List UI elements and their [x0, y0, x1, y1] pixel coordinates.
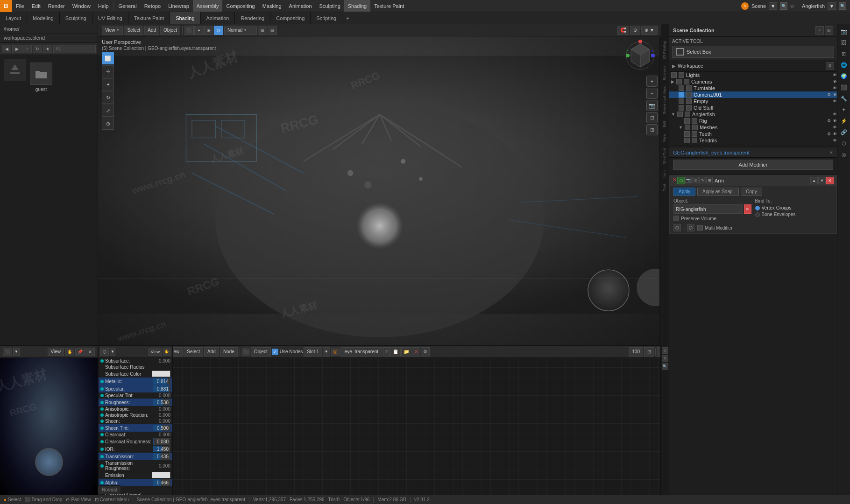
tree-item-rig[interactable]: Rig ⚙ 👁 [669, 118, 837, 124]
camera001-checkbox[interactable] [679, 92, 684, 98]
props-tab-particles[interactable]: ✦ [839, 105, 849, 115]
tree-item-camera001[interactable]: Camera.001 ⚙ 👁 [669, 91, 837, 98]
tendrils-render-checkbox[interactable] [692, 138, 697, 143]
rig-render-checkbox[interactable] [692, 118, 697, 124]
shader-panel-dropdown[interactable]: ▼ [110, 348, 115, 356]
shader-bar-10[interactable]: 0.500 [153, 425, 170, 431]
blp-pin-btn[interactable]: 📌 [75, 348, 85, 356]
tree-item-meshes[interactable]: ▼ Meshes 👁 [669, 124, 837, 131]
camera001-render-checkbox[interactable] [686, 92, 692, 98]
add-workspace-tab[interactable]: + [342, 15, 353, 21]
vp-add-btn[interactable]: Add [144, 26, 159, 35]
tree-item-teeth[interactable]: Teeth ⚙ 👁 [669, 131, 837, 137]
shader-bar-14[interactable]: 0.435 [153, 453, 170, 460]
xray-btn[interactable]: ⊟ [268, 26, 277, 35]
modifier-x-btn[interactable]: ✕ [673, 177, 677, 184]
menu-general[interactable]: General [115, 0, 141, 12]
viewport-3d[interactable]: View ▼ Select Add Object ⬛ ● ◉ ◎ Normal … [98, 24, 661, 345]
menu-retopo[interactable]: Retopo [141, 0, 164, 12]
lights-render-checkbox[interactable] [679, 72, 684, 78]
transform-pivot-btn[interactable]: ⊕ ▼ [641, 26, 658, 35]
frame-all-btn[interactable]: ⊡ [646, 112, 658, 123]
shader-bar-13[interactable]: 1.450 [153, 446, 170, 452]
shader-bar-12[interactable]: 0.030 [153, 438, 170, 445]
shader-bar-3[interactable]: 0.814 [153, 378, 170, 385]
teeth-render-checkbox[interactable] [692, 131, 697, 137]
shader-bar-6[interactable]: 0.538 [153, 399, 170, 406]
modifier-edit-btn[interactable]: ✎ [699, 177, 706, 183]
tab-texture-paint[interactable]: Texture Paint [128, 12, 170, 24]
shader-bar-17[interactable]: 0.466 [153, 479, 170, 486]
props-tab-output[interactable]: 🖼 [839, 37, 849, 48]
turntable-render-checkbox[interactable] [686, 85, 692, 91]
fb-bookmark-btn[interactable]: ★ [43, 45, 52, 53]
meshes-render-checkbox[interactable] [692, 125, 698, 130]
fb-search[interactable]: Az [53, 45, 96, 53]
menu-texture-paint[interactable]: Texture Paint [370, 0, 408, 12]
material-user-count[interactable]: 2 [383, 347, 390, 357]
side-tool-label[interactable]: Tool [661, 182, 667, 193]
modifier-apply-snap-btn[interactable]: Apply as Snap. [697, 188, 739, 196]
cursor-tool[interactable]: ✛ [102, 65, 114, 77]
fb-up-btn[interactable]: ↑ [22, 45, 32, 53]
menu-animation[interactable]: Animation [285, 0, 316, 12]
material-open-btn[interactable]: 📁 [401, 347, 411, 357]
fb-forward-btn[interactable]: ▶ [12, 45, 21, 53]
use-nodes-label[interactable]: Use Nodes [280, 347, 303, 357]
zoom-out-btn[interactable]: − [646, 88, 658, 99]
node-strip-btn1[interactable]: ◎ [662, 347, 668, 354]
vertex-groups-radio[interactable] [755, 206, 760, 210]
empty-render-checkbox[interactable] [686, 98, 692, 104]
side-view-label[interactable]: View [661, 132, 667, 144]
anglerfish-render-checkbox[interactable] [685, 112, 690, 117]
props-tab-data[interactable]: ⬡ [839, 138, 849, 148]
node-zoom-fit-btn[interactable]: ⊡ [644, 347, 654, 357]
use-nodes-checkbox[interactable]: ✓ [272, 349, 278, 355]
vp-select-btn[interactable]: Select [124, 26, 143, 35]
modifier-object-clear-btn[interactable]: ✕ [744, 204, 751, 214]
material-new-btn[interactable]: 📋 [390, 347, 401, 357]
tab-uv-editing[interactable]: UV Editing [92, 12, 128, 24]
tab-shading[interactable]: Shading [170, 12, 200, 24]
workspace-settings-btn[interactable]: ⚙ [826, 62, 834, 70]
tab-compositing[interactable]: Compositing [270, 12, 311, 24]
tree-item-lights[interactable]: Lights 👁 [669, 72, 837, 78]
side-item-label[interactable]: Item [661, 168, 667, 180]
slot-btn[interactable]: Slot 1 [304, 347, 322, 357]
rendered-btn[interactable]: ◎ [214, 26, 223, 35]
menu-linewrap[interactable]: Linewrap [164, 0, 193, 12]
menu-assembly[interactable]: Assembly [193, 0, 223, 12]
tree-item-turntable[interactable]: Turntable 👁 [669, 85, 837, 91]
blp-close-btn[interactable]: ✕ [85, 348, 95, 356]
rotate-tool[interactable]: ↻ [102, 91, 114, 104]
tab-layout[interactable]: Layout [0, 12, 27, 24]
status-select-label[interactable]: Select [8, 497, 21, 502]
tree-item-empty[interactable]: Empty 👁 [669, 98, 837, 105]
sc-add-btn[interactable]: + [815, 26, 824, 35]
tab-rendering[interactable]: Rendering [235, 12, 270, 24]
select-box-tool[interactable]: ⬜ [102, 52, 114, 64]
rig-checkbox[interactable] [684, 118, 690, 124]
props-tab-modifier[interactable]: 🔧 [839, 93, 849, 104]
tendrils-checkbox[interactable] [684, 138, 690, 143]
node-strip-btn2[interactable]: ⊞ [662, 355, 668, 362]
oldstuff-render-checkbox[interactable] [686, 105, 692, 111]
select-box-button[interactable]: Select Box [672, 46, 834, 58]
snap-btn[interactable]: 🧲 [617, 26, 629, 35]
menu-sculpting[interactable]: Sculpting [316, 0, 344, 12]
multi-mod-checkbox[interactable] [697, 225, 703, 231]
side-boolean-label[interactable]: Boolean [661, 64, 667, 82]
add-modifier-btn[interactable]: Add Modifier [673, 160, 833, 170]
search-scene-btn[interactable]: 🔍 [780, 2, 787, 10]
preserve-volume-checkbox[interactable] [673, 216, 679, 221]
node-node-btn[interactable]: Node [220, 347, 238, 357]
camera-view-btn[interactable]: 📷 [646, 100, 658, 111]
node-editor-canvas[interactable] [98, 358, 670, 495]
vp-object-btn[interactable]: Object [160, 26, 180, 35]
wireframe-btn[interactable]: ⬛ [184, 26, 194, 35]
tab-scripting[interactable]: Scripting [311, 12, 342, 24]
fb-refresh-btn[interactable]: ↻ [33, 45, 42, 53]
workspace-expand-btn[interactable]: ▶ [672, 63, 676, 69]
tab-sculpting[interactable]: Sculpting [60, 12, 92, 24]
modifier-expand-btn[interactable]: ⊞ [706, 177, 713, 183]
